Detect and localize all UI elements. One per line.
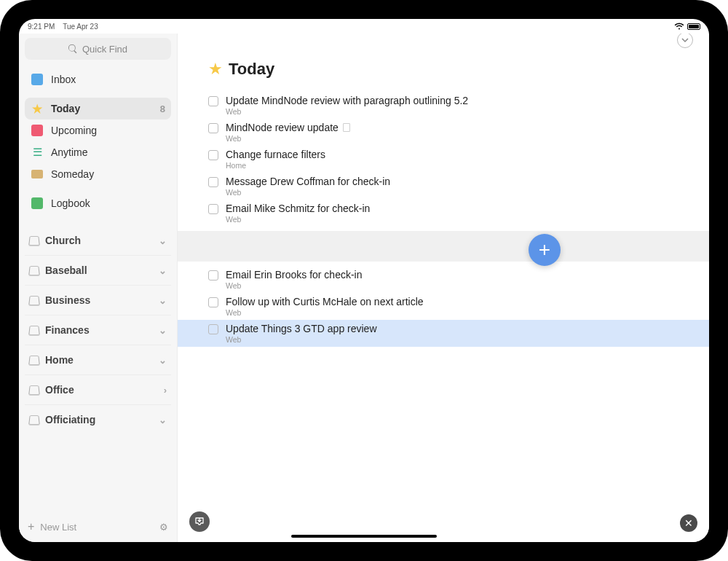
- sidebar-item-label: Today: [51, 103, 80, 114]
- area-icon: [28, 415, 40, 425]
- task-checkbox[interactable]: [208, 96, 218, 106]
- sidebar-item-logbook[interactable]: Logbook: [25, 192, 171, 214]
- quick-find-placeholder: Quick Find: [82, 44, 127, 55]
- area-item-business[interactable]: Business ⌄: [25, 285, 171, 315]
- chevron-right-icon: ›: [164, 385, 167, 396]
- inbox-quick-button[interactable]: [189, 511, 210, 532]
- sidebar-item-upcoming[interactable]: Upcoming: [25, 119, 171, 141]
- task-checkbox[interactable]: [208, 297, 218, 307]
- task-title: Update Things 3 GTD app review: [226, 323, 377, 334]
- task-tag: Web: [226, 281, 363, 290]
- task-row[interactable]: MindNode review update Web: [178, 119, 709, 146]
- task-checkbox[interactable]: [208, 324, 218, 334]
- task-title: Message Drew Coffman for check-in: [226, 176, 390, 187]
- task-title: Email Erin Brooks for check-in: [226, 269, 363, 280]
- area-item-church[interactable]: Church ⌄: [25, 226, 171, 255]
- task-checkbox[interactable]: [208, 270, 218, 280]
- drawer-icon: [31, 168, 44, 181]
- task-row[interactable]: Change furnace filters Home: [178, 146, 709, 173]
- task-title: Change furnace filters: [226, 149, 325, 160]
- star-icon: ★: [208, 60, 223, 79]
- area-item-finances[interactable]: Finances ⌄: [25, 315, 171, 345]
- task-title: Follow up with Curtis McHale on next art…: [226, 296, 424, 307]
- page-title: Today: [229, 60, 274, 79]
- task-tag: Web: [226, 188, 390, 197]
- task-checkbox[interactable]: [208, 177, 218, 187]
- task-title: Update MindNode review with paragraph ou…: [226, 95, 468, 106]
- today-count-badge: 8: [160, 103, 165, 114]
- logbook-icon: [31, 197, 44, 210]
- task-checkbox[interactable]: [208, 123, 218, 133]
- collapse-button[interactable]: [677, 34, 693, 48]
- chevron-down-icon: [681, 36, 689, 44]
- task-list: Update MindNode review with paragraph ou…: [178, 92, 709, 347]
- sidebar-item-inbox[interactable]: Inbox: [25, 68, 171, 90]
- task-row[interactable]: Message Drew Coffman for check-in Web: [178, 173, 709, 200]
- chevron-down-icon: ⌄: [159, 235, 167, 246]
- sidebar-item-someday[interactable]: Someday: [25, 163, 171, 185]
- task-checkbox[interactable]: [208, 150, 218, 160]
- sidebar-item-label: Logbook: [51, 197, 90, 209]
- task-checkbox[interactable]: [208, 204, 218, 214]
- sidebar-item-label: Someday: [51, 168, 94, 180]
- home-indicator[interactable]: [291, 535, 437, 538]
- gear-icon[interactable]: ⚙: [159, 522, 168, 533]
- task-tag: Web: [226, 215, 370, 224]
- drop-target-row[interactable]: [178, 231, 709, 262]
- task-tag: Web: [226, 134, 350, 143]
- area-item-home[interactable]: Home ⌄: [25, 345, 171, 374]
- sidebar-footer: + New List ⚙: [25, 516, 171, 538]
- area-item-officiating[interactable]: Officiating ⌄: [25, 404, 171, 434]
- chevron-down-icon: ⌄: [159, 325, 167, 336]
- area-icon: [28, 385, 40, 395]
- status-time: 9:21 PM: [28, 23, 55, 31]
- status-date: Tue Apr 23: [63, 23, 98, 31]
- area-icon: [28, 266, 40, 275]
- sidebar-item-anytime[interactable]: ☰ Anytime: [25, 141, 171, 163]
- chevron-down-icon: ⌄: [159, 295, 167, 306]
- sidebar-item-today[interactable]: ★ Today 8: [25, 98, 171, 119]
- area-icon: [28, 356, 40, 365]
- area-label: Officiating: [45, 414, 95, 425]
- task-title: MindNode review update: [226, 122, 339, 133]
- task-row-selected[interactable]: Update Things 3 GTD app review Web: [178, 320, 709, 347]
- main-panel: ★ Today Update MindNode review with para…: [178, 34, 709, 542]
- new-list-button[interactable]: New List: [40, 522, 76, 533]
- screen: 9:21 PM Tue Apr 23 Quick Find: [19, 19, 709, 542]
- area-item-office[interactable]: Office ›: [25, 374, 171, 404]
- chevron-down-icon: ⌄: [159, 265, 167, 276]
- sidebar-item-label: Anytime: [51, 146, 88, 158]
- areas-list: Church ⌄ Baseball ⌄ Business ⌄: [25, 221, 171, 516]
- quick-find-input[interactable]: Quick Find: [25, 38, 171, 60]
- task-row[interactable]: Update MindNode review with paragraph ou…: [178, 92, 709, 119]
- task-tag: Home: [226, 161, 325, 170]
- task-row[interactable]: Follow up with Curtis McHale on next art…: [178, 293, 709, 320]
- add-task-fab[interactable]: +: [529, 234, 561, 266]
- task-tag: Web: [226, 107, 468, 116]
- area-item-baseball[interactable]: Baseball ⌄: [25, 255, 171, 285]
- area-icon: [28, 326, 40, 335]
- sidebar-item-label: Upcoming: [51, 125, 97, 136]
- task-tag: Web: [226, 335, 377, 344]
- area-label: Finances: [45, 324, 90, 336]
- battery-icon: [687, 23, 700, 30]
- area-label: Home: [45, 354, 74, 366]
- area-label: Church: [45, 235, 81, 246]
- sidebar-item-label: Inbox: [51, 74, 76, 85]
- tray-arrow-icon: [194, 517, 205, 527]
- status-bar: 9:21 PM Tue Apr 23: [19, 19, 709, 34]
- task-row[interactable]: Email Erin Brooks for check-in Web: [178, 266, 709, 293]
- calendar-icon: [31, 124, 44, 137]
- app-content: Quick Find Inbox ★ Today 8: [19, 34, 709, 542]
- close-button[interactable]: ✕: [680, 514, 697, 532]
- area-icon: [28, 296, 40, 305]
- stack-icon: ☰: [31, 146, 44, 159]
- task-title: Email Mike Schmitz for check-in: [226, 203, 370, 214]
- page-header: ★ Today: [178, 60, 709, 79]
- area-label: Office: [45, 384, 74, 396]
- task-tag: Web: [226, 308, 424, 317]
- status-left: 9:21 PM Tue Apr 23: [28, 23, 98, 31]
- note-icon: [343, 123, 350, 132]
- chevron-down-icon: ⌄: [159, 355, 167, 366]
- task-row[interactable]: Email Mike Schmitz for check-in Web: [178, 200, 709, 227]
